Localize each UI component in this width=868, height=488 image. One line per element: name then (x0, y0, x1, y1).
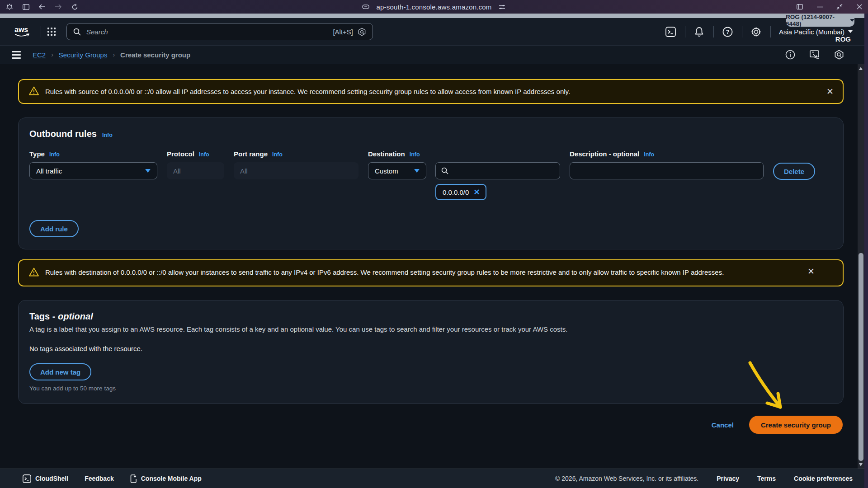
port-range-info-link[interactable]: Info (272, 151, 283, 158)
amazon-q-icon (358, 28, 366, 36)
notifications-bell-icon[interactable] (693, 26, 705, 38)
destination-warning-banner: Rules with destination of 0.0.0.0/0 or :… (18, 259, 844, 286)
type-info-link[interactable]: Info (49, 151, 60, 158)
type-column-label: Type (29, 150, 45, 158)
region-label: Asia Pacific (Mumbai) (779, 28, 844, 36)
cloudshell-icon[interactable] (665, 26, 677, 38)
type-select[interactable]: All traffic (29, 162, 157, 179)
terms-link[interactable]: Terms (757, 475, 776, 482)
restore-icon[interactable] (835, 3, 844, 11)
svg-text:aws: aws (14, 26, 28, 33)
scroll-up-icon[interactable] (859, 67, 863, 70)
description-input[interactable] (570, 162, 764, 179)
warning-icon (29, 86, 39, 98)
port-range-column-label: Port range (234, 150, 268, 158)
search-shortcut: [Alt+S] (333, 28, 353, 36)
search-placeholder: Search (86, 28, 333, 36)
outbound-rules-title: Outbound rules (29, 129, 97, 139)
url-text: ap-south-1.console.aws.amazon.com (376, 3, 491, 11)
footer-feedback-button[interactable]: Feedback (85, 475, 114, 482)
tags-title: Tags - optional (29, 311, 93, 322)
warning-text: Rules with destination of 0.0.0.0/0 or :… (45, 267, 796, 277)
port-range-value: All (240, 167, 248, 175)
menu-icon[interactable] (12, 51, 21, 59)
tags-empty-text: No tags associated with the resource. (29, 345, 832, 352)
destination-mode-value: Custom (375, 167, 398, 175)
help-icon[interactable]: ? (722, 26, 734, 38)
divider (742, 26, 742, 38)
scroll-down-icon[interactable] (859, 463, 863, 466)
footer-mobile-app-link[interactable]: Console Mobile App (130, 474, 202, 483)
destination-chip-value: 0.0.0.0/0 (443, 188, 469, 196)
minimize-icon[interactable] (816, 3, 824, 11)
breadcrumb-bar: EC2 › Security Groups › Create security … (0, 46, 864, 64)
chevron-down-icon (850, 19, 854, 22)
close-window-icon[interactable] (855, 3, 863, 11)
search-input[interactable]: Search [Alt+S] (66, 23, 373, 40)
create-security-group-button[interactable]: Create security group (749, 416, 843, 434)
account-menu-button[interactable]: ROG (1214-9007-6448) (786, 14, 854, 27)
destination-info-link[interactable]: Info (410, 151, 420, 158)
protocol-column-label: Protocol (167, 150, 194, 158)
info-icon[interactable] (785, 49, 796, 60)
outbound-info-link[interactable]: Info (102, 132, 113, 138)
svg-text:?: ? (726, 29, 730, 35)
footer-cloudshell-button[interactable]: CloudShell (23, 474, 68, 483)
search-icon (441, 167, 448, 174)
tags-hint: You can add up to 50 more tags (29, 385, 832, 392)
chevron-right-icon: › (51, 51, 53, 58)
type-value: All traffic (36, 167, 62, 175)
remove-chip-icon[interactable]: ✕ (473, 188, 480, 197)
search-icon (73, 28, 81, 36)
console-window-icon[interactable] (809, 49, 820, 60)
cancel-button[interactable]: Cancel (712, 421, 734, 429)
outbound-rules-card: Outbound rules Info Type Info All traffi… (18, 117, 844, 249)
destination-mode-select[interactable]: Custom (368, 162, 426, 179)
delete-rule-button[interactable]: Delete (773, 163, 815, 180)
main-content: Rules with source of 0.0.0.0/0 or ::/0 a… (0, 64, 858, 469)
aws-logo[interactable]: aws (11, 25, 34, 38)
source-warning-banner: Rules with source of 0.0.0.0/0 or ::/0 a… (18, 79, 844, 104)
account-name-label: ROG (835, 35, 851, 43)
cookie-preferences-button[interactable]: Cookie preferences (794, 475, 853, 482)
browser-titlebar: ap-south-1.console.aws.amazon.com (0, 0, 868, 14)
add-rule-button[interactable]: Add rule (29, 220, 79, 237)
destination-column-label: Destination (368, 150, 405, 158)
amazon-q-icon[interactable] (834, 49, 844, 60)
chevron-down-icon (145, 169, 151, 173)
description-info-link[interactable]: Info (644, 151, 654, 158)
apps-grid-icon[interactable] (47, 28, 56, 36)
rule-row: Type Info All traffic Protocol Info (29, 150, 832, 200)
vertical-scrollbar[interactable] (858, 64, 864, 469)
region-selector[interactable]: Asia Pacific (Mumbai) (779, 28, 853, 36)
close-icon[interactable]: ✕ (826, 87, 834, 96)
copyright-text: © 2026, Amazon Web Services, Inc. or its… (555, 475, 698, 482)
tune-icon[interactable] (498, 3, 506, 11)
breadcrumb-current: Create security group (120, 51, 190, 59)
protocol-info-link[interactable]: Info (199, 151, 209, 158)
privacy-link[interactable]: Privacy (717, 475, 739, 482)
protocol-input: All (167, 162, 224, 179)
mobile-app-icon (130, 474, 137, 483)
form-actions: Cancel Create security group (18, 416, 844, 434)
breadcrumb-security-groups-link[interactable]: Security Groups (59, 51, 108, 59)
close-icon[interactable]: ✕ (807, 267, 815, 276)
scrollbar-thumb[interactable] (859, 253, 863, 461)
destination-search-input[interactable] (435, 162, 560, 179)
add-new-tag-button[interactable]: Add new tag (29, 363, 91, 380)
link-icon (362, 3, 370, 11)
port-range-input: All (234, 162, 359, 179)
chevron-down-icon (414, 169, 420, 173)
divider (713, 26, 714, 38)
settings-gear-icon[interactable] (750, 26, 762, 38)
tags-description: A tag is a label that you assign to an A… (29, 325, 832, 333)
divider (41, 26, 41, 38)
chevron-right-icon: › (113, 51, 115, 58)
account-strip (0, 14, 864, 18)
breadcrumb-ec2-link[interactable]: EC2 (33, 51, 46, 59)
panel-icon[interactable] (796, 3, 804, 11)
url-bar[interactable]: ap-south-1.console.aws.amazon.com (0, 0, 868, 14)
aws-console-header: aws Search [Alt+S] (0, 18, 864, 46)
cloudshell-icon (23, 474, 31, 483)
warning-icon (29, 267, 39, 279)
